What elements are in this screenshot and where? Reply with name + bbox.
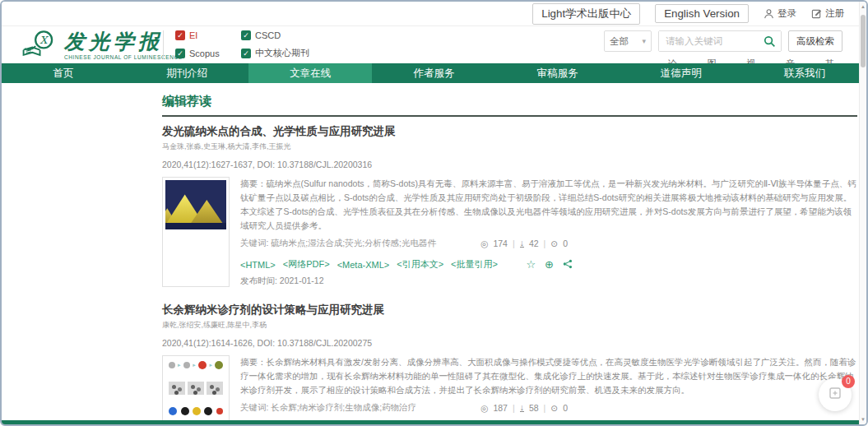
svg-text:X: X xyxy=(40,35,49,46)
article-stats: ◎ 187 | ↓ 58 | ⊙ 0 xyxy=(480,403,568,413)
user-icon xyxy=(764,8,774,19)
article-title[interactable]: 发光硫纳米点的合成、光学性质与应用研究进展 xyxy=(162,124,857,139)
register-link[interactable]: 注册 xyxy=(811,7,844,20)
article-thumbnail[interactable] xyxy=(162,177,230,287)
article-item: 长余辉纳米诊疗剂的设计策略与应用研究进展 康乾,张绍安,练廉旺,陈星中,李杨 2… xyxy=(162,303,857,426)
cite-article-link[interactable]: <引用本文> xyxy=(397,258,443,271)
badge-scopus[interactable]: ✓ Scopus xyxy=(175,47,226,59)
nanoparticle-scheme-image: ▸ ▸ ▸ xyxy=(165,359,226,418)
nav-journal-intro[interactable]: 期刊介绍 xyxy=(125,63,248,83)
downloads-count: 58 xyxy=(529,403,539,413)
search-category-select[interactable]: 全部 ▾ xyxy=(604,30,652,52)
views-icon: ◎ xyxy=(480,238,488,248)
nav-author-services[interactable]: 作者服务 xyxy=(372,63,495,83)
nav-ethics-statement[interactable]: 道德声明 xyxy=(620,63,743,83)
article-actions: ☆ ⊕ xyxy=(526,259,573,271)
add-circle-icon[interactable]: ⊕ xyxy=(545,259,554,270)
article-authors: 马金珠,张淼,史玉琳,杨大清,李伟,王振光 xyxy=(162,141,857,152)
footer-top-edge xyxy=(2,420,859,424)
checkbox-checked-icon: ✓ xyxy=(175,49,185,58)
login-label: 登录 xyxy=(777,7,796,20)
top-utility-bar: Light学术出版中心 English Version 登录 注册 xyxy=(2,2,859,26)
search-box xyxy=(658,30,782,52)
login-link[interactable]: 登录 xyxy=(764,7,796,20)
badge-core-journal[interactable]: ✓ 中文核心期刊 xyxy=(241,47,309,59)
scrollbar-thumb[interactable] xyxy=(861,15,866,67)
index-badges: ✓ EI ✓ CSCD ✓ Scopus ✓ 中文核心期刊 xyxy=(163,30,309,59)
article-authors: 康乾,张绍安,练廉旺,陈星中,李杨 xyxy=(162,320,857,331)
publish-time: 发布时间: 2021-01-12 xyxy=(240,276,857,287)
comments-count: 0 xyxy=(563,238,568,248)
floating-feedback-button[interactable]: 0 xyxy=(819,378,852,411)
publish-center-button[interactable]: Light学术出版中心 xyxy=(532,3,640,25)
views-count: 174 xyxy=(493,238,508,248)
site-header: X 发光学报 CHINESE JOURNAL OF LUMINESCENCE ✓… xyxy=(2,27,859,63)
sulfur-pile-image xyxy=(165,180,226,229)
register-label: 注册 xyxy=(825,7,844,20)
article-list: 编辑荐读 发光硫纳米点的合成、光学性质与应用研究进展 马金珠,张淼,史玉琳,杨大… xyxy=(162,83,857,426)
article-abstract: 摘要：硫纳米点(Sulfur nanodots，简称S-dots)具有无毒、原料… xyxy=(240,177,857,233)
nav-review-services[interactable]: 审稿服务 xyxy=(496,63,620,83)
downloads-icon: ↓ xyxy=(520,404,524,412)
batch-cite-link[interactable]: <批量引用> xyxy=(451,258,498,271)
meta-xml-link[interactable]: <Meta-XML> xyxy=(337,260,390,270)
downloads-icon: ↓ xyxy=(520,239,524,248)
vertical-scrollbar[interactable]: ▲ ▼ xyxy=(859,2,866,424)
article-abstract: 摘要：长余辉纳米材料具有激发/发射分离、成像分辨率高、大面积成像与操作模式便捷等… xyxy=(240,355,857,397)
advanced-search-button[interactable]: 高级检索 xyxy=(788,30,842,52)
nav-contact-us[interactable]: 联系我们 xyxy=(743,63,866,83)
checkbox-checked-icon: ✓ xyxy=(241,49,251,58)
comments-count: 0 xyxy=(563,403,568,413)
views-count: 187 xyxy=(493,403,508,413)
comments-icon: ⊙ xyxy=(550,238,558,248)
article-keywords: 关键词: 长余辉;纳米诊疗剂;生物成像;药物治疗 xyxy=(240,402,416,414)
article-keywords: 关键词: 硫纳米点;湿法合成;荧光;分析传感;光电器件 xyxy=(240,238,436,249)
share-icon[interactable] xyxy=(563,259,573,271)
badge-ei[interactable]: ✓ EI xyxy=(175,30,226,40)
document-plus-icon xyxy=(828,386,842,404)
search-input[interactable] xyxy=(659,31,781,51)
article-title[interactable]: 长余辉纳米诊疗剂的设计策略与应用研究进展 xyxy=(162,303,857,317)
views-icon: ◎ xyxy=(480,403,488,413)
page-title: 编辑荐读 xyxy=(162,94,211,108)
checkbox-checked-icon: ✓ xyxy=(241,30,251,40)
downloads-count: 42 xyxy=(529,238,539,248)
nav-articles-online[interactable]: 文章在线 xyxy=(248,63,372,83)
scroll-down-icon[interactable]: ▼ xyxy=(860,417,866,422)
pdf-link[interactable]: <网络PDF> xyxy=(283,258,330,271)
article-citation-meta: 2020,41(12):1614-1626, DOI: 10.37188/CJL… xyxy=(162,338,857,348)
journal-logo-icon: X xyxy=(20,28,58,63)
browser-viewport: Light学术出版中心 English Version 登录 注册 X xyxy=(0,0,868,426)
notification-badge: 0 xyxy=(842,375,855,388)
section-head: 编辑荐读 xyxy=(162,94,857,117)
chevron-down-icon: ▾ xyxy=(642,37,646,45)
star-icon[interactable]: ☆ xyxy=(526,259,536,270)
search-icon[interactable] xyxy=(764,35,776,51)
comments-icon: ⊙ xyxy=(550,403,558,413)
article-stats: ◎ 174 | ↓ 42 | ⊙ 0 xyxy=(480,238,568,248)
register-icon xyxy=(811,8,822,19)
nav-home[interactable]: 首页 xyxy=(2,63,125,83)
article-citation-meta: 2020,41(12):1627-1637, DOI: 10.37188/CJL… xyxy=(162,160,857,169)
html-link[interactable]: <HTML> xyxy=(240,260,276,270)
english-version-button[interactable]: English Version xyxy=(655,4,749,23)
journal-logo[interactable]: X 发光学报 CHINESE JOURNAL OF LUMINESCENCE xyxy=(20,28,183,63)
scroll-up-icon[interactable]: ▲ xyxy=(860,4,866,9)
checkbox-checked-icon: ✓ xyxy=(175,30,185,40)
article-item: 发光硫纳米点的合成、光学性质与应用研究进展 马金珠,张淼,史玉琳,杨大清,李伟,… xyxy=(162,124,857,287)
badge-cscd[interactable]: ✓ CSCD xyxy=(241,30,309,40)
main-nav: 首页 期刊介绍 文章在线 作者服务 审稿服务 道德声明 联系我们 xyxy=(2,63,866,83)
article-thumbnail[interactable]: ▸ ▸ ▸ xyxy=(162,355,230,426)
